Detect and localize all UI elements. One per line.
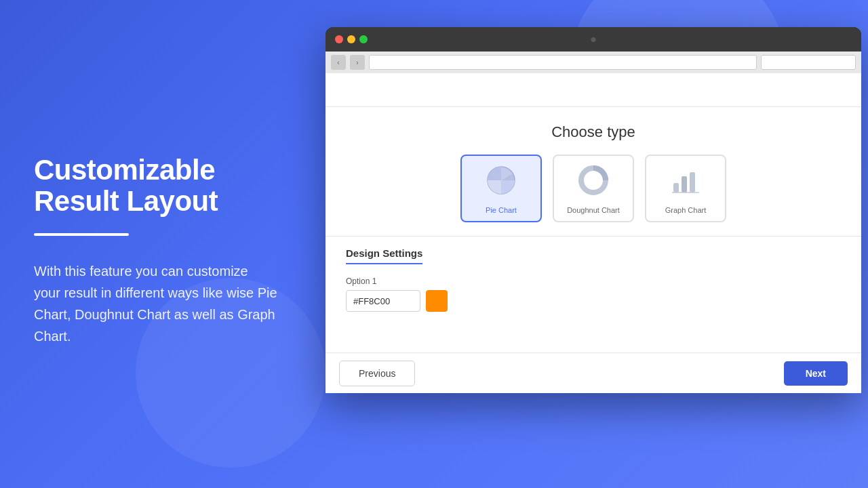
choose-type-title: Choose type xyxy=(353,123,834,141)
chart-options: Pie Chart Doughnut Chart xyxy=(353,155,834,222)
previous-button[interactable]: Previous xyxy=(339,361,415,386)
content-top-bar xyxy=(326,73,861,107)
color-text-input[interactable] xyxy=(346,290,420,312)
svg-point-2 xyxy=(588,175,599,186)
chart-option-pie[interactable]: Pie Chart xyxy=(460,155,542,222)
color-swatch[interactable] xyxy=(426,290,448,312)
camera-dot xyxy=(591,37,596,42)
address-bar[interactable] xyxy=(369,55,757,70)
chart-option-graph[interactable]: Graph Chart xyxy=(645,155,726,222)
choose-type-section: Choose type xyxy=(326,107,861,237)
svg-rect-5 xyxy=(690,172,695,192)
traffic-light-green[interactable] xyxy=(359,35,368,43)
left-panel: Customizable Result Layout With this fea… xyxy=(0,0,312,488)
main-title: Customizable Result Layout xyxy=(34,155,278,217)
right-panel: ‹ › Choose type xyxy=(312,0,868,488)
option1-label: Option 1 xyxy=(346,277,841,286)
graph-chart-icon xyxy=(668,163,703,201)
design-settings-title: Design Settings xyxy=(346,247,422,264)
design-settings-section: Design Settings Option 1 xyxy=(326,237,861,352)
browser-toolbar: ‹ › xyxy=(326,52,861,73)
browser-chrome: ‹ › xyxy=(326,27,861,73)
browser-content: Choose type xyxy=(326,73,861,393)
main-description: With this feature you can customize your… xyxy=(34,260,278,347)
title-divider xyxy=(34,233,129,236)
doughnut-chart-icon xyxy=(576,163,611,201)
pie-chart-icon xyxy=(484,163,519,201)
svg-rect-3 xyxy=(673,183,679,192)
browser-window: ‹ › Choose type xyxy=(326,27,861,393)
chart-option-doughnut[interactable]: Doughnut Chart xyxy=(553,155,634,222)
color-input-row xyxy=(346,290,841,312)
svg-rect-4 xyxy=(682,176,687,192)
traffic-light-red[interactable] xyxy=(335,35,343,43)
pie-chart-label: Pie Chart xyxy=(486,206,517,214)
graph-chart-label: Graph Chart xyxy=(665,206,707,214)
search-bar[interactable] xyxy=(761,55,856,70)
traffic-lights xyxy=(335,35,368,43)
doughnut-chart-label: Doughnut Chart xyxy=(567,206,620,214)
back-button[interactable]: ‹ xyxy=(331,55,346,70)
next-button[interactable]: Next xyxy=(784,361,848,386)
traffic-light-yellow[interactable] xyxy=(347,35,355,43)
forward-button[interactable]: › xyxy=(350,55,365,70)
browser-titlebar xyxy=(326,27,861,52)
browser-bottom-nav: Previous Next xyxy=(326,352,861,393)
